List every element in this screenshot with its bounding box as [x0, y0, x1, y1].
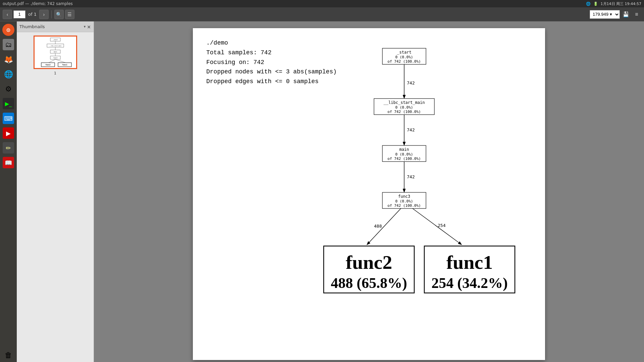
- dock-files-icon[interactable]: 🗂: [1, 38, 15, 52]
- page-of-label: of 1: [28, 12, 37, 17]
- window-title: output.pdf — ./demo; 742 samples: [3, 1, 586, 6]
- pdf-area[interactable]: ./demo Total samples: 742 Focusing on: 7…: [94, 21, 644, 362]
- pdf-page: ./demo Total samples: 742 Focusing on: 7…: [193, 28, 545, 360]
- dock-terminal-icon[interactable]: ▶_: [1, 97, 15, 111]
- svg-text:742: 742: [407, 174, 415, 179]
- svg-text:func2: func2: [346, 251, 392, 273]
- svg-text:func1: func1: [62, 64, 67, 66]
- svg-text:__libc_start_main: __libc_start_main: [384, 100, 425, 105]
- svg-text:main: main: [54, 51, 57, 53]
- page-number-input[interactable]: [13, 10, 25, 18]
- sidebar-toggle-button[interactable]: ☰: [65, 10, 74, 19]
- dock-ubuntu-icon[interactable]: ⊙: [1, 23, 15, 37]
- svg-line-41: [413, 208, 461, 244]
- svg-text:func3: func3: [398, 194, 410, 199]
- toolbar-separator: [51, 10, 52, 18]
- dock-app-icon[interactable]: ▶: [1, 126, 15, 140]
- svg-text:__libc_start_main: __libc_start_main: [49, 45, 61, 47]
- dock-trash-icon[interactable]: 🗑: [1, 348, 15, 362]
- dock-chrome-icon[interactable]: 🌐: [1, 67, 15, 81]
- svg-text:of 742 (100.0%): of 742 (100.0%): [387, 157, 421, 161]
- svg-text:742: 742: [407, 80, 415, 85]
- thumbnail-page-label: 1: [54, 71, 56, 75]
- svg-text:func3: func3: [53, 57, 57, 59]
- zoom-select[interactable]: 179.949 ▾ 100% 75% 50% 25%: [590, 10, 620, 19]
- dock-ebook-icon[interactable]: 📖: [1, 156, 15, 170]
- sidebar-dropdown-arrow[interactable]: ▾: [84, 24, 86, 29]
- dock-settings-icon[interactable]: ⚙: [1, 82, 15, 96]
- menu-button[interactable]: ≡: [632, 10, 641, 19]
- svg-text:488 (65.8%): 488 (65.8%): [331, 275, 407, 291]
- dock-edit-icon[interactable]: ✏: [1, 141, 15, 155]
- svg-text:488: 488: [374, 224, 382, 229]
- thumbnail-preview: _start __libc_start_main main func3 func…: [35, 37, 75, 67]
- svg-text:_start: _start: [53, 39, 58, 41]
- svg-line-11: [49, 59, 55, 63]
- svg-line-12: [55, 59, 65, 63]
- system-tray: 🌐 🔋 1月14日 周三 19:44:57: [586, 1, 641, 6]
- svg-text:of 742 (100.0%): of 742 (100.0%): [387, 110, 421, 114]
- sidebar-header: Thumbnails ▾ ×: [17, 21, 94, 32]
- thumbnail-page-1[interactable]: _start __libc_start_main main func3 func…: [34, 36, 77, 69]
- titlebar: output.pdf — ./demo; 742 samples 🌐 🔋 1月1…: [0, 0, 644, 7]
- sidebar-title: Thumbnails: [19, 24, 83, 29]
- toolbar: ‹ of 1 › 🔍 ☰ 179.949 ▾ 100% 75% 50% 25% …: [0, 7, 644, 21]
- datetime: 1月14日 周三 19:44:57: [601, 1, 641, 6]
- sidebar-close-button[interactable]: ×: [87, 24, 91, 29]
- sidebar-content: _start __libc_start_main main func3 func…: [17, 32, 94, 362]
- svg-text:0 (0.0%): 0 (0.0%): [395, 152, 413, 157]
- svg-text:0 (0.0%): 0 (0.0%): [395, 105, 413, 110]
- svg-text:742: 742: [407, 127, 415, 132]
- sidebar: Thumbnails ▾ × _start __libc_start_main …: [17, 21, 94, 362]
- zoom-button[interactable]: 🔍: [54, 10, 64, 19]
- svg-text:of 742 (100.0%): of 742 (100.0%): [387, 59, 421, 64]
- svg-text:of 742 (100.0%): of 742 (100.0%): [387, 203, 421, 208]
- svg-text:func1: func1: [446, 251, 493, 273]
- svg-text:254: 254: [438, 223, 446, 228]
- svg-text:0 (0.0%): 0 (0.0%): [395, 55, 413, 59]
- dock-firefox-icon[interactable]: 🦊: [1, 52, 15, 66]
- svg-text:func2: func2: [45, 64, 50, 66]
- svg-text:254 (34.2%): 254 (34.2%): [431, 275, 507, 291]
- svg-text:0 (0.0%): 0 (0.0%): [395, 199, 413, 203]
- left-dock: ⊙ 🗂 🦊 🌐 ⚙ ▶_ ⌨ ▶ ✏ 📖 🗑: [0, 21, 17, 362]
- dock-vscode-icon[interactable]: ⌨: [1, 111, 15, 125]
- svg-text:main: main: [399, 147, 409, 152]
- svg-line-39: [367, 208, 401, 244]
- save-button[interactable]: 💾: [621, 10, 631, 19]
- main-area: ⊙ 🗂 🦊 🌐 ⚙ ▶_ ⌨ ▶ ✏ 📖 🗑: [0, 21, 644, 362]
- battery-icon: 🔋: [593, 2, 598, 6]
- next-page-button[interactable]: ›: [39, 10, 49, 19]
- svg-text:_start: _start: [397, 50, 411, 55]
- prev-page-button[interactable]: ‹: [3, 10, 12, 19]
- network-icon: 🌐: [586, 2, 591, 6]
- call-graph-svg: _start 0 (0.0%) of 742 (100.0%) 742 __li…: [297, 45, 532, 306]
